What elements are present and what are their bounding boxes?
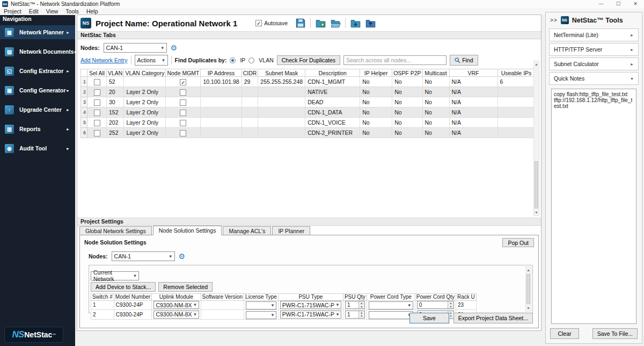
column-header-power-cord-type[interactable]: Power Cord Type [367, 293, 415, 300]
scroll-up-icon[interactable]: ▲ [534, 61, 539, 67]
column-header-vlan-category[interactable]: VLAN Category [124, 69, 166, 77]
vrf-cell[interactable]: N/A [449, 97, 497, 107]
cidr-cell[interactable] [241, 107, 258, 118]
vrf-cell[interactable]: N/A [449, 107, 497, 118]
column-header-psu-type[interactable]: PSU Type [278, 293, 343, 300]
sidebar-item-config-generator[interactable]: ▣Config Generator► [0, 83, 75, 97]
column-header-vrf[interactable]: VRF [449, 69, 497, 77]
column-header-cidr[interactable]: CIDR [241, 69, 258, 77]
add-device-button[interactable]: Add Device to Stack... [91, 282, 156, 292]
ospf-p2p-cell[interactable]: No [392, 107, 422, 118]
model-cell[interactable]: C9300-24P [114, 310, 152, 320]
sidebar-item-upgrade-center[interactable]: ↑Upgrade Center► [0, 103, 75, 117]
row-number[interactable]: 1 [81, 77, 87, 87]
scroll-up-icon[interactable]: ▲ [526, 267, 531, 273]
radio-vlan[interactable] [248, 57, 254, 63]
subnet-mask-cell[interactable] [258, 128, 305, 138]
description-cell[interactable]: NATIVE [305, 87, 360, 97]
menu-item-edit[interactable]: Edit [25, 8, 42, 15]
useable-ips-cell[interactable] [497, 87, 535, 97]
vlan-table-scrollbar[interactable]: ▲ ▼ [533, 61, 539, 216]
vlan-category-cell[interactable]: Layer 2 Only [124, 118, 166, 128]
ip-address-cell[interactable] [201, 87, 241, 97]
software-cell[interactable] [201, 300, 244, 310]
switch-cell[interactable]: 2 [91, 310, 114, 320]
node-mgmt-checkbox[interactable] [180, 99, 186, 106]
node-mgmt-checkbox[interactable] [180, 89, 186, 96]
useable-ips-cell[interactable]: 6 [497, 77, 535, 87]
subnet-mask-cell[interactable] [258, 107, 305, 118]
column-header-license-type[interactable]: License Type [244, 293, 279, 300]
column-header-ip-helper[interactable]: IP Helper [360, 69, 392, 77]
radio-ip[interactable] [230, 57, 236, 63]
select-checkbox[interactable] [94, 99, 100, 106]
select-checkbox[interactable] [94, 89, 100, 96]
step-down-icon[interactable]: ▼ [359, 305, 364, 309]
open-project-button[interactable] [330, 18, 341, 28]
ip-address-cell[interactable]: 10.100.101.98 [201, 77, 241, 87]
rack-cell[interactable]: 23 [456, 300, 476, 310]
ip-helper-cell[interactable]: No [360, 128, 392, 138]
current-network-dropdown[interactable]: Current Network ▼ [91, 271, 139, 280]
column-header-sel-all[interactable]: Sel All [87, 69, 107, 77]
ip-helper-cell[interactable]: No [360, 87, 392, 97]
scrollbar-thumb[interactable] [535, 161, 538, 208]
ospf-p2p-cell[interactable]: No [392, 97, 422, 107]
vrf-cell[interactable]: N/A [449, 118, 497, 128]
multicast-cell[interactable]: No [422, 107, 449, 118]
search-input[interactable] [343, 55, 447, 65]
step-down-icon[interactable]: ▼ [448, 305, 453, 309]
vrf-cell[interactable]: N/A [449, 87, 497, 97]
cidr-cell[interactable]: 29 [241, 77, 258, 87]
useable-ips-cell[interactable] [497, 107, 535, 118]
psu-qty-stepper[interactable]: 1▲▼ [345, 301, 365, 309]
cidr-cell[interactable] [241, 87, 258, 97]
multicast-cell[interactable]: No [422, 128, 449, 138]
sidebar-item-network-documents[interactable]: ▤Network Documents► [0, 45, 75, 59]
vlan-cell[interactable]: 30 [107, 97, 124, 107]
column-header-software-version[interactable]: Software Version [201, 293, 244, 300]
column-header-multicast[interactable]: Multicast [422, 69, 449, 77]
select-checkbox[interactable] [94, 79, 100, 85]
export-data-sheet-button[interactable]: Export Project Data Sheet... [453, 313, 533, 323]
column-header-vlan[interactable]: VLAN [107, 69, 124, 77]
save-notes-button[interactable]: Save To File... [592, 328, 638, 339]
solution-gear-icon[interactable]: ⚙ [179, 253, 186, 260]
useable-ips-cell[interactable] [497, 97, 535, 107]
cord-dropdown[interactable]: ▼ [369, 301, 413, 309]
solution-nodes-dropdown[interactable]: CAN-1 ▼ [112, 251, 175, 261]
tab-node-solution-settings[interactable]: Node Solution Settings [153, 226, 222, 235]
node-mgmt-checkbox[interactable] [180, 79, 186, 85]
uplink-dropdown[interactable]: C9300-NM-8X▼ [153, 311, 199, 319]
column-header-description[interactable]: Description [305, 69, 360, 77]
row-number[interactable]: 5 [81, 118, 87, 128]
software-cell[interactable] [201, 310, 244, 320]
ip-address-cell[interactable] [201, 97, 241, 107]
license-dropdown[interactable]: ▼ [246, 311, 276, 319]
vlan-cell[interactable]: 52 [107, 77, 124, 87]
ip-helper-cell[interactable]: No [360, 107, 392, 118]
psu-dropdown[interactable]: PWR-C1-715WAC-P▼ [280, 301, 341, 309]
subnet-mask-cell[interactable] [258, 97, 305, 107]
column-header-model-number[interactable]: Model Number [114, 293, 152, 300]
ospf-p2p-cell[interactable]: No [392, 128, 422, 138]
tool-section-quick-notes[interactable]: Quick Notes▼ [549, 72, 639, 85]
cidr-cell[interactable] [241, 118, 258, 128]
tab-manage-acl-s[interactable]: Manage ACL's [223, 226, 271, 235]
psu-qty-stepper[interactable]: 1▲▼ [345, 311, 365, 319]
select-checkbox[interactable] [94, 110, 100, 116]
column-header-node-mgmt[interactable]: Node MGMT [166, 69, 201, 77]
uplink-dropdown[interactable]: C9300-NM-8X▼ [153, 301, 199, 309]
subnet-mask-cell[interactable] [258, 87, 305, 97]
ip-helper-cell[interactable]: No [360, 97, 392, 107]
vlan-category-cell[interactable]: Layer 2 Only [124, 87, 166, 97]
select-checkbox[interactable] [94, 130, 100, 136]
vlan-cell[interactable]: 20 [107, 87, 124, 97]
subnet-mask-cell[interactable]: 255.255.255.248 [258, 77, 305, 87]
tab-global-network-settings[interactable]: Global Network Settings [79, 226, 152, 235]
scroll-down-icon[interactable]: ▼ [534, 210, 539, 215]
minimize-button[interactable]: — [592, 0, 610, 8]
select-checkbox[interactable] [94, 120, 100, 126]
ip-helper-cell[interactable]: No [360, 77, 392, 87]
row-number[interactable]: 3 [81, 97, 87, 107]
